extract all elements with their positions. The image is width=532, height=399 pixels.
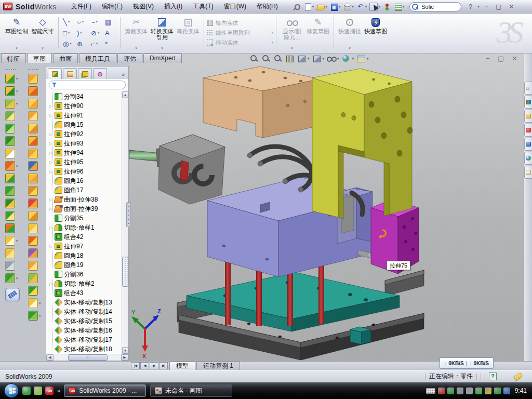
ellipse-button[interactable]: ⊘▾: [89, 28, 103, 38]
radiate-surface-button[interactable]: [28, 174, 38, 183]
dropdown-icon[interactable]: ▾: [16, 239, 18, 243]
menu-item[interactable]: 文件(F): [66, 1, 97, 12]
ruled-surface-button[interactable]: [28, 186, 38, 196]
display-delete-relations-button[interactable]: 显示/删除几... ▾: [279, 15, 305, 51]
expand-arrow-icon[interactable]: ▷: [49, 104, 53, 109]
file-explorer-tab[interactable]: [524, 110, 532, 123]
dropdown-icon[interactable]: ▾: [16, 77, 18, 81]
sketch-fillet-button[interactable]: ⌐▾: [89, 38, 103, 49]
dropdown-icon[interactable]: ▾: [16, 89, 18, 94]
quick-tips-icon[interactable]: ?: [489, 373, 497, 380]
security-shield-icon[interactable]: [447, 388, 454, 394]
options-button[interactable]: ▾: [393, 2, 406, 11]
untrim-surface-button[interactable]: [28, 223, 38, 233]
graphics-viewport[interactable]: Y Z X ▾▾▾▾▾ − ▢ ✕ 拉伸75: [129, 54, 524, 361]
volume-icon[interactable]: [466, 388, 473, 394]
tree-item[interactable]: 圆角17: [46, 185, 128, 195]
minimize-button[interactable]: −: [482, 3, 491, 10]
expand-arrow-icon[interactable]: ▷: [49, 132, 53, 137]
feature-manager-tab[interactable]: [48, 68, 62, 79]
network-speed-widget[interactable]: ↓ 0KB/S | ↑ 0KB/S: [440, 357, 494, 369]
doc-tab-inactive[interactable]: 运动算例 1: [196, 362, 240, 370]
toolbar-grip[interactable]: [28, 69, 38, 70]
menu-item[interactable]: 编辑(E): [97, 1, 128, 12]
reference-geometry-button[interactable]: ▾: [5, 236, 18, 246]
tree-item[interactable]: 分割36: [46, 270, 128, 279]
restore-button[interactable]: ▢: [493, 3, 504, 10]
swept-boss-button[interactable]: [5, 111, 15, 121]
tree-item[interactable]: 组合43: [46, 288, 128, 298]
dropdown-icon[interactable]: ▾: [16, 164, 18, 168]
open-button[interactable]: ▾: [315, 2, 328, 11]
search-input[interactable]: [409, 2, 461, 11]
taskbar-button[interactable]: 未命名 - 画图: [150, 384, 232, 397]
dropdown-icon[interactable]: ▾: [403, 5, 405, 9]
vertical-scroll-thumb[interactable]: [122, 257, 128, 287]
zoom-area-icon[interactable]: [261, 54, 271, 63]
solidworks-quick-icon[interactable]: SW: [45, 387, 54, 395]
undo-button[interactable]: ↶▾: [355, 2, 368, 11]
appearances-scenes-tab[interactable]: [524, 152, 532, 165]
sketch-button[interactable]: ✎ 草图绘制 ▾: [4, 15, 30, 51]
tree-item[interactable]: ▷拉伸96: [46, 167, 128, 176]
dropdown-icon[interactable]: ▾: [82, 20, 84, 24]
toolbar-grip[interactable]: [5, 69, 16, 70]
save-button[interactable]: ▾: [329, 2, 342, 11]
tree-item[interactable]: ▷拉伸92: [46, 129, 128, 139]
quick-snaps-button[interactable]: 快速捕捉 ▾: [337, 15, 363, 51]
tree-item[interactable]: ▷拉伸90: [46, 101, 128, 111]
custom-properties-tab[interactable]: [524, 166, 532, 179]
arc-button[interactable]: )▾: [75, 28, 89, 38]
design-library-tab[interactable]: [524, 96, 532, 109]
text-button[interactable]: A: [103, 28, 117, 38]
tree-item[interactable]: 圆角16: [46, 176, 128, 185]
dropdown-icon[interactable]: ▾: [337, 57, 339, 61]
extruded-boss-button[interactable]: ▾: [5, 86, 18, 96]
menu-item[interactable]: 工具(T): [188, 1, 218, 12]
surface-reference-button[interactable]: ▾: [28, 298, 41, 308]
browser-quick-icon[interactable]: [34, 387, 42, 395]
configuration-manager-tab[interactable]: [78, 68, 92, 79]
sheet-nav-button[interactable]: ▶: [150, 362, 158, 369]
draft-button[interactable]: [5, 186, 15, 196]
lofted-surface-button[interactable]: [28, 111, 38, 121]
section-view-icon[interactable]: [285, 54, 295, 63]
tree-item[interactable]: 组合42: [46, 232, 128, 242]
dropdown-icon[interactable]: ▾: [96, 20, 98, 24]
dropdown-icon[interactable]: ▾: [16, 276, 18, 281]
network-warning-icon[interactable]: [485, 388, 491, 394]
view-palette-tab[interactable]: [524, 138, 532, 151]
dropdown-icon[interactable]: ▾: [365, 5, 367, 9]
fillet-button[interactable]: ▾: [5, 99, 18, 109]
tree-item[interactable]: 实体-移动/复制14: [46, 307, 128, 316]
mirror-entities-button[interactable]: 镜向实体: [207, 19, 273, 27]
help-button[interactable]: ?: [466, 3, 475, 10]
trim-surface-button[interactable]: [28, 248, 38, 258]
tree-item[interactable]: ▷切除-放样2: [46, 279, 128, 288]
tree-filter-input[interactable]: [49, 81, 126, 89]
new-document-button[interactable]: ▾: [302, 2, 315, 11]
offset-surface-button[interactable]: [28, 161, 38, 171]
expand-arrow-icon[interactable]: ▷: [49, 113, 53, 118]
doc-close-button[interactable]: ✕: [512, 55, 517, 62]
help-dropdown-icon[interactable]: ▾: [476, 4, 481, 9]
property-manager-tab[interactable]: [63, 68, 77, 79]
sheet-nav-button[interactable]: ▶|: [159, 362, 168, 369]
tree-item[interactable]: ▷曲面-拉伸39: [46, 204, 128, 214]
slot-button[interactable]: ◎▾: [61, 38, 75, 49]
panel-overflow-chevron[interactable]: »: [122, 72, 127, 79]
scene-icon[interactable]: [356, 54, 366, 63]
appearances-icon[interactable]: [341, 54, 351, 63]
rapid-sketch-button[interactable]: 快速草图: [363, 15, 389, 51]
dome-button[interactable]: [5, 211, 15, 221]
expand-arrow-icon[interactable]: ▷: [49, 225, 53, 230]
curve-button[interactable]: [5, 261, 15, 271]
tag-icon[interactable]: [513, 372, 524, 381]
tree-item[interactable]: ▷拉伸94: [46, 148, 128, 157]
surface-spline-button[interactable]: ▾: [28, 311, 41, 321]
messenger-quick-icon[interactable]: [22, 387, 31, 395]
hide-show-icon[interactable]: [326, 54, 336, 63]
antivirus-icon[interactable]: [438, 388, 445, 394]
tab-草图[interactable]: 草图: [27, 53, 52, 63]
tree-item[interactable]: 分割35: [46, 214, 128, 223]
